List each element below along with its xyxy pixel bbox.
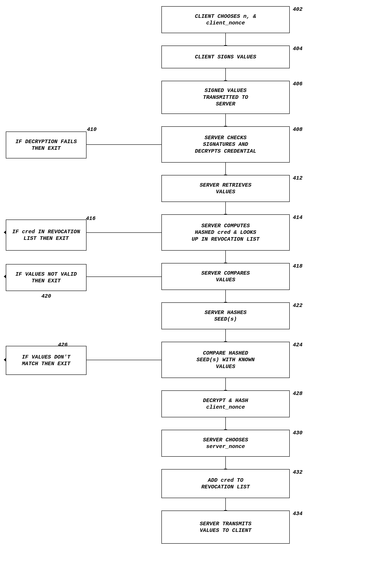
- ref-432: 432: [293, 469, 302, 475]
- ref-404: 404: [293, 46, 302, 52]
- box-402: CLIENT CHOOSES n, & client_nonce: [161, 6, 290, 33]
- box-414: SERVER COMPUTES HASHED cred & LOOKS UP I…: [161, 214, 290, 251]
- arrow-428-430: [225, 417, 226, 430]
- ref-426: 426: [58, 342, 68, 348]
- ref-408: 408: [293, 126, 302, 133]
- arrow-notvalid-head: [4, 275, 6, 278]
- box-426: IF VALUES DON'T MATCH THEN EXIT: [6, 346, 87, 375]
- arrow-432-434: [225, 498, 226, 511]
- ref-412: 412: [293, 175, 302, 181]
- arrow-406-408: [225, 114, 226, 126]
- box-430: SERVER CHOOSES server_nonce: [161, 430, 290, 457]
- ref-430: 430: [293, 430, 302, 436]
- ref-424: 424: [293, 342, 302, 348]
- arrow-412-414: [225, 202, 226, 214]
- ref-406: 406: [293, 81, 302, 87]
- arrow-416-head: [4, 231, 6, 234]
- arrow-414-418: [225, 251, 226, 263]
- box-not-valid: IF VALUES NOT VALID THEN EXIT: [6, 264, 87, 291]
- ref-422: 422: [293, 302, 302, 309]
- box-422: SERVER HASHES SEED(s): [161, 302, 290, 329]
- box-428: DECRYPT & HASH client_nonce: [161, 390, 290, 417]
- ref-418: 418: [293, 263, 302, 269]
- arrow-418-422: [225, 290, 226, 302]
- arrow-424-428: [225, 378, 226, 390]
- arrow-426-head: [4, 358, 6, 361]
- box-406: SIGNED VALUES TRANSMITTED TO SERVER: [161, 81, 290, 114]
- arrow-404-406: [225, 68, 226, 81]
- ref-434: 434: [293, 511, 302, 517]
- arrow-422-424: [225, 329, 226, 342]
- arrow-402-404: [225, 33, 226, 46]
- box-410: IF DECRYPTION FAILS THEN EXIT: [6, 132, 87, 158]
- ref-416: 416: [86, 215, 96, 222]
- ref-420: 420: [41, 293, 51, 299]
- box-418: SERVER COMPARES VALUES: [161, 263, 290, 290]
- box-412: SERVER RETRIEVES VALUES: [161, 175, 290, 202]
- box-434: SERVER TRANSMITS VALUES TO CLIENT: [161, 511, 290, 544]
- flowchart: CLIENT CHOOSES n, & client_nonce 402 CLI…: [0, 0, 370, 588]
- ref-402: 402: [293, 6, 302, 12]
- box-416: IF cred IN REVOCATION LIST THEN EXIT: [6, 220, 87, 251]
- box-432: ADD cred TO REVOCATION LIST: [161, 469, 290, 498]
- arrow-408-412: [225, 163, 226, 175]
- ref-428: 428: [293, 390, 302, 397]
- line-408-410-h: [87, 144, 161, 145]
- ref-414: 414: [293, 214, 302, 220]
- box-408: SERVER CHECKS SIGNATURES AND DECRYPTS CR…: [161, 126, 290, 163]
- box-424: COMPARE HASHED SEED(s) WITH KNOWN VALUES: [161, 342, 290, 378]
- arrow-430-432: [225, 457, 226, 469]
- ref-410: 410: [87, 126, 97, 133]
- box-404: CLIENT SIGNS VALUES: [161, 46, 290, 68]
